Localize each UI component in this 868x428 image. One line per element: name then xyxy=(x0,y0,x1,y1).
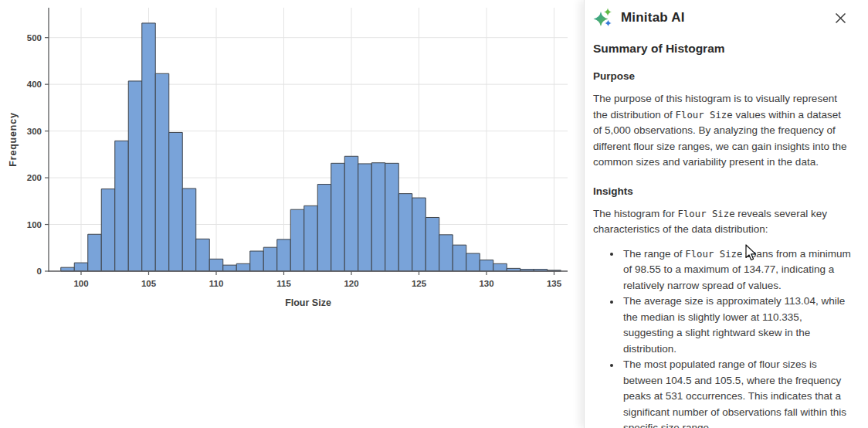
y-tick-label: 300 xyxy=(27,127,42,136)
bullet-item: The most populated range of flour sizes … xyxy=(593,357,851,428)
histogram-bar[interactable] xyxy=(128,81,142,271)
histogram-bar[interactable] xyxy=(317,185,331,271)
histogram-bar[interactable] xyxy=(169,132,183,271)
y-tick-label: 100 xyxy=(27,220,42,229)
text-segment: The most populated range of flour sizes … xyxy=(623,358,846,428)
histogram-bar[interactable] xyxy=(344,156,358,271)
histogram-bar[interactable] xyxy=(331,163,345,271)
paragraph: The histogram for Flour Size reveals sev… xyxy=(593,206,851,238)
x-tick-label: 115 xyxy=(276,279,291,288)
histogram-bar[interactable] xyxy=(493,263,507,271)
histogram-bar[interactable] xyxy=(385,163,399,271)
close-button[interactable] xyxy=(833,11,848,25)
bullet-item: The average size is approximately 113.04… xyxy=(593,294,851,357)
inline-code: Flour Size xyxy=(678,209,735,219)
histogram-bar[interactable] xyxy=(115,141,129,271)
y-axis-title: Frequency xyxy=(8,112,19,166)
panel-sections: PurposeThe purpose of this histogram is … xyxy=(593,70,851,428)
y-tick-label: 0 xyxy=(37,267,42,276)
bullet-item: The range of Flour Size spans from a min… xyxy=(593,246,851,294)
minitab-app-window: 1001051101151201251301350100200300400500… xyxy=(0,0,868,428)
histogram-bar[interactable] xyxy=(426,217,439,271)
close-icon xyxy=(835,15,846,26)
flour-size-histogram-chart: 1001051101151201251301350100200300400500… xyxy=(0,0,579,428)
histogram-bar[interactable] xyxy=(61,267,75,271)
histogram-bar[interactable] xyxy=(74,263,88,271)
x-axis-title: Flour Size xyxy=(285,297,331,308)
y-tick-label: 400 xyxy=(27,80,42,89)
histogram-bar[interactable] xyxy=(453,245,466,271)
y-tick-label: 500 xyxy=(27,33,42,42)
x-tick-label: 135 xyxy=(547,279,562,288)
chart-background xyxy=(0,0,579,428)
histogram-bar[interactable] xyxy=(209,259,223,271)
histogram-bar[interactable] xyxy=(142,23,156,271)
x-tick-label: 110 xyxy=(209,279,224,288)
x-tick-label: 120 xyxy=(344,279,358,288)
inline-code: Flour Size xyxy=(676,110,733,121)
summary-heading: Summary of Histogram xyxy=(593,42,851,56)
histogram-bar[interactable] xyxy=(182,189,196,271)
x-tick-label: 105 xyxy=(141,279,157,288)
minitab-ai-panel: Minitab AI Summary of Histogram PurposeT… xyxy=(584,0,868,428)
section-heading: Purpose xyxy=(593,70,851,82)
x-tick-label: 125 xyxy=(412,279,427,288)
histogram-bar[interactable] xyxy=(88,234,102,271)
histogram-bar[interactable] xyxy=(371,163,385,271)
histogram-bar[interactable] xyxy=(439,235,453,271)
x-tick-label: 130 xyxy=(479,279,493,288)
text-segment: The average size is approximately 113.04… xyxy=(623,295,845,355)
panel-title: Minitab AI xyxy=(621,10,825,25)
histogram-bar[interactable] xyxy=(480,260,493,271)
histogram-bar[interactable] xyxy=(101,189,115,271)
section-heading: Insights xyxy=(593,185,851,197)
histogram-bar[interactable] xyxy=(277,239,291,271)
paragraph: The purpose of this histogram is to visu… xyxy=(593,91,851,171)
histogram-bar[interactable] xyxy=(196,239,210,271)
histogram-bar[interactable] xyxy=(155,73,169,271)
inline-code: Flour Size xyxy=(685,249,742,260)
histogram-bar[interactable] xyxy=(358,164,372,271)
text-segment: The range of xyxy=(623,248,685,260)
histogram-bar[interactable] xyxy=(398,194,412,271)
histogram-graph-region: 1001051101151201251301350100200300400500… xyxy=(0,0,579,428)
histogram-bar[interactable] xyxy=(466,253,480,271)
text-segment: The histogram for xyxy=(593,208,678,219)
histogram-bar[interactable] xyxy=(223,265,237,271)
insights-bullet-list: The range of Flour Size spans from a min… xyxy=(593,246,851,428)
y-tick-label: 200 xyxy=(27,173,42,182)
panel-header: Minitab AI xyxy=(593,6,851,29)
histogram-bar[interactable] xyxy=(412,198,426,271)
histogram-bar[interactable] xyxy=(290,209,304,271)
histogram-bar[interactable] xyxy=(250,251,264,271)
histogram-bar[interactable] xyxy=(236,263,250,271)
x-tick-label: 100 xyxy=(73,279,88,288)
histogram-bar[interactable] xyxy=(263,247,277,271)
histogram-bar[interactable] xyxy=(304,206,318,271)
minitab-ai-sparkle-icon xyxy=(593,8,612,28)
